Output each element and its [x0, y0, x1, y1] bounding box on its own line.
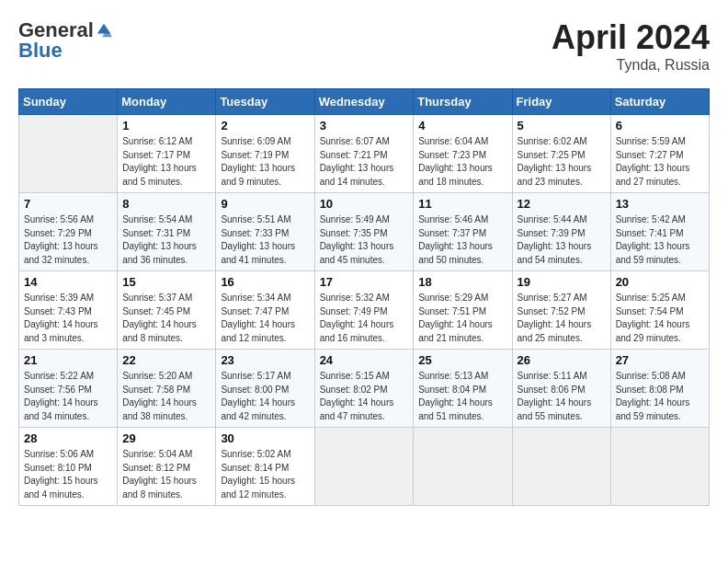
day-header-friday: Friday	[512, 89, 610, 115]
calendar-table: SundayMondayTuesdayWednesdayThursdayFrid…	[18, 88, 710, 506]
calendar-cell: 20Sunrise: 5:25 AMSunset: 7:54 PMDayligh…	[610, 271, 709, 350]
logo-icon	[96, 22, 112, 39]
day-info: Sunrise: 6:12 AMSunset: 7:17 PMDaylight:…	[122, 135, 210, 189]
logo: General Blue	[18, 18, 112, 63]
calendar-cell: 28Sunrise: 5:06 AMSunset: 8:10 PMDayligh…	[19, 428, 118, 506]
calendar-cell: 9Sunrise: 5:51 AMSunset: 7:33 PMDaylight…	[216, 193, 314, 271]
calendar-cell	[512, 428, 610, 506]
day-info: Sunrise: 5:02 AMSunset: 8:14 PMDaylight:…	[221, 448, 309, 501]
page-header: General Blue April 2024 Tynda, Russia	[18, 18, 710, 74]
day-info: Sunrise: 6:07 AMSunset: 7:21 PMDaylight:…	[320, 135, 409, 189]
day-info: Sunrise: 5:20 AMSunset: 7:58 PMDaylight:…	[122, 370, 210, 423]
day-number: 13	[616, 197, 704, 211]
day-number: 5	[518, 119, 606, 132]
calendar-cell: 24Sunrise: 5:15 AMSunset: 8:02 PMDayligh…	[314, 350, 414, 428]
calendar-cell: 30Sunrise: 5:02 AMSunset: 8:14 PMDayligh…	[216, 428, 314, 506]
day-info: Sunrise: 6:02 AMSunset: 7:25 PMDaylight:…	[518, 135, 606, 189]
day-info: Sunrise: 5:29 AMSunset: 7:51 PMDaylight:…	[418, 292, 506, 345]
calendar-cell: 7Sunrise: 5:56 AMSunset: 7:29 PMDaylight…	[19, 193, 118, 271]
day-number: 6	[616, 119, 704, 132]
calendar-cell: 4Sunrise: 6:04 AMSunset: 7:23 PMDaylight…	[414, 115, 512, 193]
day-info: Sunrise: 5:44 AMSunset: 7:39 PMDaylight:…	[518, 213, 606, 267]
calendar-cell: 3Sunrise: 6:07 AMSunset: 7:21 PMDaylight…	[314, 115, 414, 193]
calendar-week-3: 14Sunrise: 5:39 AMSunset: 7:43 PMDayligh…	[19, 271, 710, 350]
calendar-week-4: 21Sunrise: 5:22 AMSunset: 7:56 PMDayligh…	[19, 350, 710, 428]
day-header-saturday: Saturday	[610, 89, 709, 115]
day-number: 14	[24, 275, 112, 289]
day-number: 7	[24, 197, 112, 211]
day-header-monday: Monday	[118, 89, 216, 115]
day-number: 26	[518, 353, 606, 367]
calendar-cell: 11Sunrise: 5:46 AMSunset: 7:37 PMDayligh…	[414, 193, 512, 271]
calendar-cell: 14Sunrise: 5:39 AMSunset: 7:43 PMDayligh…	[19, 271, 118, 350]
day-info: Sunrise: 5:08 AMSunset: 8:08 PMDaylight:…	[616, 370, 704, 423]
calendar-cell: 10Sunrise: 5:49 AMSunset: 7:35 PMDayligh…	[314, 193, 414, 271]
location-text: Tynda, Russia	[552, 57, 710, 74]
day-number: 17	[320, 275, 409, 289]
calendar-cell: 5Sunrise: 6:02 AMSunset: 7:25 PMDaylight…	[512, 115, 610, 193]
day-number: 11	[418, 197, 506, 211]
day-header-tuesday: Tuesday	[216, 89, 314, 115]
calendar-week-2: 7Sunrise: 5:56 AMSunset: 7:29 PMDaylight…	[19, 193, 710, 271]
calendar-cell: 13Sunrise: 5:42 AMSunset: 7:41 PMDayligh…	[610, 193, 709, 271]
day-number: 15	[122, 275, 210, 289]
calendar-cell: 27Sunrise: 5:08 AMSunset: 8:08 PMDayligh…	[610, 350, 709, 428]
day-info: Sunrise: 5:17 AMSunset: 8:00 PMDaylight:…	[221, 370, 309, 423]
calendar-cell	[610, 428, 709, 506]
day-info: Sunrise: 5:39 AMSunset: 7:43 PMDaylight:…	[24, 292, 112, 345]
day-info: Sunrise: 5:42 AMSunset: 7:41 PMDaylight:…	[616, 213, 704, 267]
day-info: Sunrise: 5:56 AMSunset: 7:29 PMDaylight:…	[24, 213, 112, 267]
calendar-cell	[19, 115, 118, 193]
calendar-cell: 21Sunrise: 5:22 AMSunset: 7:56 PMDayligh…	[19, 350, 118, 428]
day-info: Sunrise: 5:15 AMSunset: 8:02 PMDaylight:…	[320, 370, 409, 423]
day-number: 23	[221, 353, 309, 367]
day-info: Sunrise: 5:49 AMSunset: 7:35 PMDaylight:…	[320, 213, 409, 267]
calendar-cell: 12Sunrise: 5:44 AMSunset: 7:39 PMDayligh…	[512, 193, 610, 271]
day-info: Sunrise: 5:27 AMSunset: 7:52 PMDaylight:…	[518, 292, 606, 345]
day-info: Sunrise: 5:34 AMSunset: 7:47 PMDaylight:…	[221, 292, 309, 345]
day-info: Sunrise: 5:51 AMSunset: 7:33 PMDaylight:…	[221, 213, 309, 267]
day-info: Sunrise: 5:59 AMSunset: 7:27 PMDaylight:…	[616, 135, 704, 189]
day-number: 4	[418, 119, 506, 132]
day-number: 2	[221, 119, 309, 132]
calendar-cell: 29Sunrise: 5:04 AMSunset: 8:12 PMDayligh…	[118, 428, 216, 506]
day-number: 20	[616, 275, 704, 289]
day-number: 18	[418, 275, 506, 289]
day-number: 1	[122, 119, 210, 132]
day-number: 19	[518, 275, 606, 289]
day-number: 8	[122, 197, 210, 211]
calendar-cell: 2Sunrise: 6:09 AMSunset: 7:19 PMDaylight…	[216, 115, 314, 193]
day-info: Sunrise: 5:46 AMSunset: 7:37 PMDaylight:…	[418, 213, 506, 267]
day-number: 21	[24, 353, 112, 367]
day-info: Sunrise: 5:22 AMSunset: 7:56 PMDaylight:…	[24, 370, 112, 423]
calendar-cell	[314, 428, 414, 506]
day-number: 9	[221, 197, 309, 211]
calendar-cell: 18Sunrise: 5:29 AMSunset: 7:51 PMDayligh…	[414, 271, 512, 350]
day-info: Sunrise: 5:06 AMSunset: 8:10 PMDaylight:…	[24, 448, 112, 501]
calendar-cell: 23Sunrise: 5:17 AMSunset: 8:00 PMDayligh…	[216, 350, 314, 428]
calendar-cell	[414, 428, 512, 506]
calendar-cell: 26Sunrise: 5:11 AMSunset: 8:06 PMDayligh…	[512, 350, 610, 428]
calendar-header-row: SundayMondayTuesdayWednesdayThursdayFrid…	[19, 89, 710, 115]
day-header-thursday: Thursday	[414, 89, 512, 115]
day-info: Sunrise: 5:25 AMSunset: 7:54 PMDaylight:…	[616, 292, 704, 345]
day-number: 27	[616, 353, 704, 367]
calendar-cell: 6Sunrise: 5:59 AMSunset: 7:27 PMDaylight…	[610, 115, 709, 193]
calendar-cell: 25Sunrise: 5:13 AMSunset: 8:04 PMDayligh…	[414, 350, 512, 428]
day-info: Sunrise: 5:04 AMSunset: 8:12 PMDaylight:…	[122, 448, 210, 501]
day-number: 29	[122, 431, 210, 445]
calendar-week-5: 28Sunrise: 5:06 AMSunset: 8:10 PMDayligh…	[19, 428, 710, 506]
calendar-cell: 15Sunrise: 5:37 AMSunset: 7:45 PMDayligh…	[118, 271, 216, 350]
calendar-cell: 22Sunrise: 5:20 AMSunset: 7:58 PMDayligh…	[118, 350, 216, 428]
calendar-cell: 16Sunrise: 5:34 AMSunset: 7:47 PMDayligh…	[216, 271, 314, 350]
day-header-wednesday: Wednesday	[314, 89, 414, 115]
day-info: Sunrise: 5:54 AMSunset: 7:31 PMDaylight:…	[122, 213, 210, 267]
calendar-cell: 17Sunrise: 5:32 AMSunset: 7:49 PMDayligh…	[314, 271, 414, 350]
day-info: Sunrise: 5:11 AMSunset: 8:06 PMDaylight:…	[518, 370, 606, 423]
day-number: 3	[320, 119, 409, 132]
day-info: Sunrise: 5:37 AMSunset: 7:45 PMDaylight:…	[122, 292, 210, 345]
day-number: 10	[320, 197, 409, 211]
day-info: Sunrise: 5:32 AMSunset: 7:49 PMDaylight:…	[320, 292, 409, 345]
day-info: Sunrise: 5:13 AMSunset: 8:04 PMDaylight:…	[418, 370, 506, 423]
day-number: 28	[24, 431, 112, 445]
